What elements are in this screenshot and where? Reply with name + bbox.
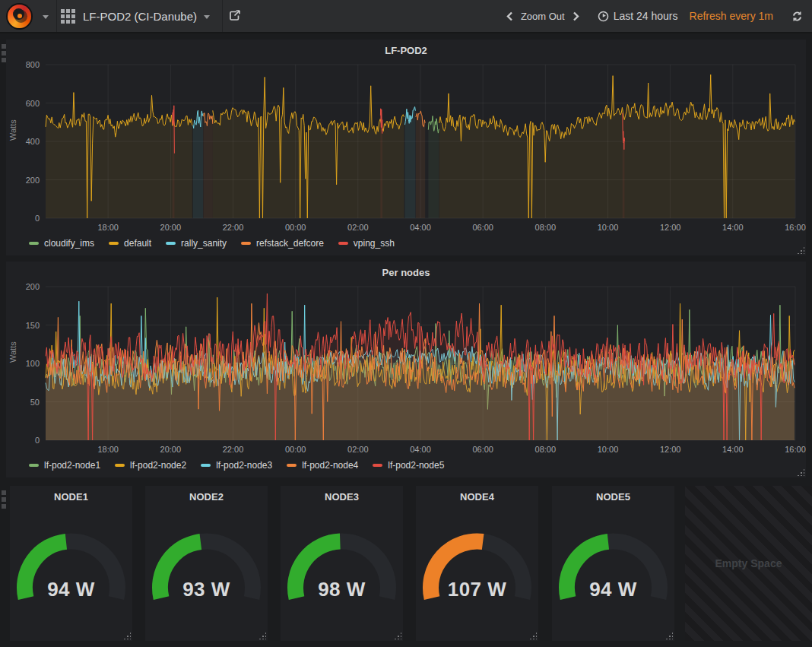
x-tick-label: 14:00 <box>722 445 744 454</box>
time-range-button[interactable]: Last 24 hours <box>598 10 678 22</box>
legend-item-lf-pod2-node2[interactable]: lf-pod2-node2 <box>115 460 186 471</box>
chart-canvas[interactable]: 020040060080018:0020:0022:0000:0002:0004… <box>6 40 806 255</box>
dashboard-title: LF-POD2 (CI-Danube) <box>83 10 197 23</box>
gauge-value: 98 W <box>281 578 403 601</box>
legend-swatch <box>29 242 39 245</box>
legend-item-lf-pod2-node3[interactable]: lf-pod2-node3 <box>201 460 272 471</box>
zoom-out-button[interactable]: Zoom Out <box>521 11 565 22</box>
x-tick-label: 08:00 <box>535 445 557 454</box>
chevron-right-icon <box>573 11 579 21</box>
panel-lf-pod2: LF-POD2 Watts 020040060080018:0020:0022:… <box>6 40 806 255</box>
x-tick-label: 00:00 <box>285 445 306 454</box>
y-tick-label: 100 <box>26 359 40 368</box>
refresh-now-button[interactable] <box>791 11 803 22</box>
x-tick-label: 16:00 <box>785 223 806 232</box>
panel-node2: NODE2 93 W <box>145 486 268 641</box>
gauge-value: 107 W <box>416 578 538 601</box>
legend-item-lf-pod2-node5[interactable]: lf-pod2-node5 <box>373 460 444 471</box>
x-tick-label: 20:00 <box>160 445 182 454</box>
legend-swatch <box>373 464 382 467</box>
legend-swatch <box>287 464 297 467</box>
panel-node5: NODE5 94 W <box>552 486 674 641</box>
series-fill-refstack_defcore <box>204 113 213 218</box>
navbar: LF-POD2 (CI-Danube) Zoom Out Last 24 hou… <box>0 0 812 33</box>
row-drag-handle[interactable] <box>2 490 6 495</box>
series-fill-rally_sanity <box>405 106 416 218</box>
gauge-value: 93 W <box>145 578 268 601</box>
navbar-divider <box>56 0 57 32</box>
gauge-value: 94 W <box>10 578 132 601</box>
x-tick-label: 16:00 <box>785 445 806 454</box>
x-tick-label: 12:00 <box>660 223 681 232</box>
legend-item-vping_ssh[interactable]: vping_ssh <box>338 238 395 249</box>
time-shift-back-button[interactable] <box>502 11 518 21</box>
legend-item-lf-pod2-node4[interactable]: lf-pod2-node4 <box>287 460 358 471</box>
chart-canvas[interactable]: 05010015020018:0020:0022:0000:0002:0004:… <box>6 262 806 477</box>
dashboard-grid-icon <box>61 9 75 24</box>
panel-per-nodes: Per nodes Watts 05010015020018:0020:0022… <box>6 262 806 477</box>
panel-node1: NODE1 94 W <box>10 486 132 641</box>
legend-label: lf-pod2-node5 <box>388 460 444 471</box>
refresh-icon <box>791 11 803 22</box>
panel-title[interactable]: NODE3 <box>281 491 403 503</box>
legend-item-lf-pod2-node1[interactable]: lf-pod2-node1 <box>29 460 100 471</box>
legend-label: refstack_defcore <box>256 238 324 249</box>
share-dashboard-button[interactable] <box>228 9 242 25</box>
dashboard-dropdown-caret-icon <box>204 15 210 19</box>
panel-empty-space[interactable]: Empty Space <box>685 486 812 641</box>
gauge <box>281 486 403 641</box>
chart-legend: cloudify_imsdefaultrally_sanityrefstack_… <box>29 236 395 251</box>
x-tick-label: 18:00 <box>97 445 119 454</box>
x-tick-label: 04:00 <box>410 223 431 232</box>
legend-label: default <box>124 238 151 249</box>
legend-swatch <box>201 464 211 467</box>
grafana-logo-icon <box>8 5 31 28</box>
org-dropdown-caret-icon[interactable] <box>43 15 49 19</box>
y-tick-label: 50 <box>30 398 40 407</box>
dashboard-picker-button[interactable]: LF-POD2 (CI-Danube) <box>61 0 210 32</box>
legend-swatch <box>29 464 39 467</box>
y-tick-label: 150 <box>26 321 40 330</box>
panel-node3: NODE3 98 W <box>281 486 403 641</box>
time-range-label: Last 24 hours <box>614 10 678 22</box>
legend-item-default[interactable]: default <box>109 238 151 249</box>
panel-title[interactable]: NODE2 <box>145 491 268 503</box>
legend-label: lf-pod2-node1 <box>44 460 100 471</box>
x-tick-label: 00:00 <box>285 223 306 232</box>
panel-title[interactable]: NODE5 <box>552 491 674 503</box>
panel-title[interactable]: NODE1 <box>10 491 132 503</box>
x-tick-label: 20:00 <box>160 223 182 232</box>
x-tick-label: 22:00 <box>223 445 244 454</box>
x-tick-label: 06:00 <box>472 223 493 232</box>
gauge-value: 94 W <box>552 578 674 601</box>
y-tick-label: 0 <box>35 214 40 223</box>
navbar-divider <box>222 0 223 32</box>
legend-swatch <box>109 242 119 245</box>
chart-legend: lf-pod2-node1lf-pod2-node2lf-pod2-node3l… <box>29 458 444 473</box>
chevron-left-icon <box>506 11 513 21</box>
legend-label: lf-pod2-node2 <box>130 460 186 471</box>
legend-item-rally_sanity[interactable]: rally_sanity <box>166 238 227 249</box>
time-shift-forward-button[interactable] <box>568 11 584 21</box>
x-tick-label: 02:00 <box>347 445 369 454</box>
x-tick-label: 12:00 <box>660 445 681 454</box>
legend-label: lf-pod2-node3 <box>216 460 272 471</box>
x-tick-label: 04:00 <box>410 445 431 454</box>
legend-swatch <box>166 242 176 245</box>
series-fill-rally_sanity <box>193 110 203 218</box>
legend-swatch <box>241 242 251 245</box>
legend-label: lf-pod2-node4 <box>302 460 358 471</box>
refresh-interval-button[interactable]: Refresh every 1m <box>690 10 773 22</box>
series-fill-cloudify_ims <box>428 116 439 219</box>
x-tick-label: 10:00 <box>598 223 619 232</box>
panel-title[interactable]: NODE4 <box>416 491 538 503</box>
legend-item-refstack_defcore[interactable]: refstack_defcore <box>241 238 324 249</box>
legend-label: rally_sanity <box>181 238 227 249</box>
series-fill-default <box>439 75 795 218</box>
share-icon <box>228 9 242 22</box>
x-tick-label: 18:00 <box>97 223 119 232</box>
x-tick-label: 02:00 <box>347 223 369 232</box>
gauge <box>145 486 268 641</box>
legend-item-cloudify_ims[interactable]: cloudify_ims <box>29 238 94 249</box>
grafana-menu-button[interactable] <box>5 4 40 30</box>
